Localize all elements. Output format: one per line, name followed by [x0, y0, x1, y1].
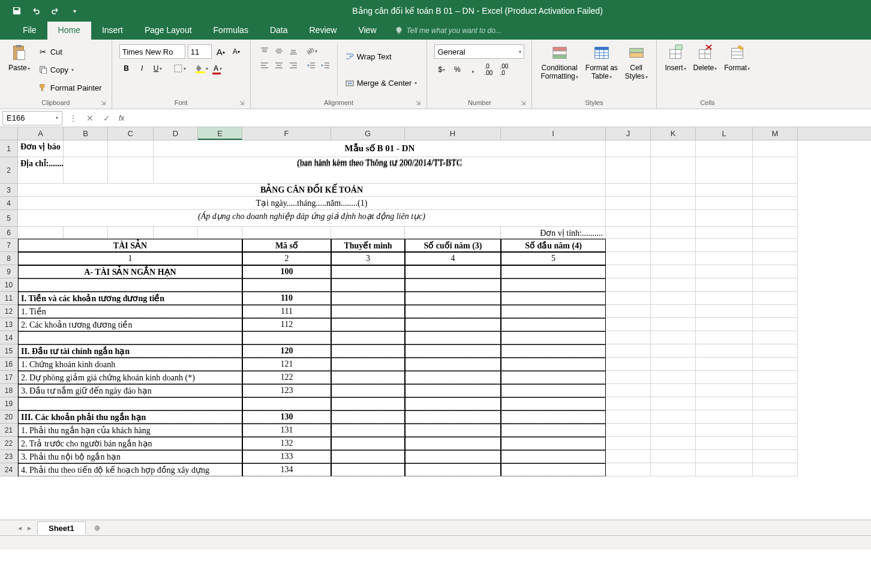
- cell-M20[interactable]: [753, 410, 798, 424]
- cell-G22[interactable]: [331, 437, 405, 450]
- cell-G11[interactable]: [331, 292, 405, 305]
- tab-data[interactable]: Data: [259, 22, 299, 40]
- cell-J18[interactable]: [606, 384, 651, 397]
- cell-M13[interactable]: [753, 318, 798, 331]
- cell-K19[interactable]: [651, 397, 696, 410]
- cell-A2[interactable]: Địa chỉ:................................…: [18, 157, 64, 184]
- align-bottom-button[interactable]: [287, 44, 300, 58]
- tab-review[interactable]: Review: [299, 22, 348, 40]
- cell-J22[interactable]: [606, 437, 651, 450]
- sheet-nav-next[interactable]: ▸: [28, 524, 31, 532]
- cell-A4[interactable]: Tại ngày.....tháng.....năm........(1): [18, 197, 606, 210]
- orientation-button[interactable]: ab▾: [305, 44, 318, 58]
- cell-M8[interactable]: [753, 252, 798, 265]
- cell-M15[interactable]: [753, 344, 798, 358]
- cell-D6[interactable]: [154, 227, 198, 239]
- cell-A20[interactable]: III. Các khoản phải thu ngắn hạn: [18, 410, 242, 424]
- cell-F20[interactable]: 130: [242, 410, 331, 424]
- cell-H14[interactable]: [405, 331, 501, 344]
- cell-L14[interactable]: [696, 331, 753, 344]
- cell-K4[interactable]: [651, 197, 696, 210]
- cell-A1[interactable]: Đơn vị báo cáo:.........................…: [18, 140, 64, 157]
- cell-M22[interactable]: [753, 437, 798, 450]
- save-icon[interactable]: [10, 4, 24, 18]
- cell-F23[interactable]: 133: [242, 450, 331, 463]
- fx-icon[interactable]: fx: [115, 114, 128, 122]
- cell-D2[interactable]: (ban hành kèm theo Thông tư 200/2014/TT-…: [154, 157, 606, 184]
- row-header-22[interactable]: 22: [0, 437, 18, 450]
- cell-K8[interactable]: [651, 252, 696, 265]
- select-all-corner[interactable]: [0, 127, 18, 140]
- cell-J13[interactable]: [606, 318, 651, 331]
- cell-A10[interactable]: [18, 278, 242, 292]
- comma-format-button[interactable]: ,: [465, 62, 480, 77]
- row-header-15[interactable]: 15: [0, 344, 18, 358]
- cell-K9[interactable]: [651, 265, 696, 278]
- cell-J4[interactable]: [606, 197, 651, 210]
- cell-H17[interactable]: [405, 371, 501, 384]
- row-header-8[interactable]: 8: [0, 252, 18, 265]
- cell-L15[interactable]: [696, 344, 753, 358]
- underline-button[interactable]: U▾: [151, 61, 165, 76]
- cell-L19[interactable]: [696, 397, 753, 410]
- cell-L3[interactable]: [696, 184, 753, 197]
- cell-I18[interactable]: [501, 384, 606, 397]
- row-header-4[interactable]: 4: [0, 197, 18, 210]
- fill-color-button[interactable]: ▾: [195, 61, 209, 76]
- percent-format-button[interactable]: %: [450, 62, 464, 77]
- cell-J10[interactable]: [606, 278, 651, 292]
- cell-K1[interactable]: [651, 140, 696, 157]
- cell-J6[interactable]: [606, 227, 651, 239]
- cell-M12[interactable]: [753, 305, 798, 318]
- cell-J8[interactable]: [606, 252, 651, 265]
- horizontal-scrollbar[interactable]: [703, 523, 859, 533]
- row-header-9[interactable]: 9: [0, 265, 18, 278]
- clipboard-dialog-launcher[interactable]: ⇲: [101, 100, 106, 106]
- cell-L11[interactable]: [696, 292, 753, 305]
- format-as-table-button[interactable]: Format as Table▾: [582, 42, 621, 98]
- cell-A24[interactable]: 4. Phải thu theo tiến độ kế hoạch hợp đồ…: [18, 463, 242, 476]
- cell-L9[interactable]: [696, 265, 753, 278]
- cell-F15[interactable]: 120: [242, 344, 331, 358]
- cell-A5[interactable]: (Áp dụng cho doanh nghiệp đáp ứng giả đị…: [18, 210, 606, 227]
- cell-F13[interactable]: 112: [242, 318, 331, 331]
- cell-A6[interactable]: [18, 227, 64, 239]
- cell-G21[interactable]: [331, 424, 405, 437]
- cell-K5[interactable]: [651, 210, 696, 227]
- cell-L23[interactable]: [696, 450, 753, 463]
- col-header-M[interactable]: M: [753, 127, 798, 140]
- cell-L21[interactable]: [696, 424, 753, 437]
- row-header-10[interactable]: 10: [0, 278, 18, 292]
- sheet-nav-prev[interactable]: ◂: [18, 524, 22, 532]
- cell-L7[interactable]: [696, 239, 753, 252]
- cell-K16[interactable]: [651, 358, 696, 371]
- cell-L20[interactable]: [696, 410, 753, 424]
- col-header-C[interactable]: C: [108, 127, 154, 140]
- cell-C1[interactable]: [108, 140, 154, 157]
- row-header-6[interactable]: 6: [0, 227, 18, 239]
- decrease-decimal-button[interactable]: .00.0: [497, 62, 511, 77]
- borders-button[interactable]: ▾: [173, 61, 187, 76]
- cell-M3[interactable]: [753, 184, 798, 197]
- cell-M7[interactable]: [753, 239, 798, 252]
- cell-K15[interactable]: [651, 344, 696, 358]
- row-header-19[interactable]: 19: [0, 397, 18, 410]
- number-format-combo[interactable]: General▾: [434, 44, 524, 59]
- font-name-combo[interactable]: [119, 44, 185, 59]
- delete-cells-button[interactable]: Delete▾: [690, 42, 721, 98]
- cell-K11[interactable]: [651, 292, 696, 305]
- cell-H21[interactable]: [405, 424, 501, 437]
- cell-H15[interactable]: [405, 344, 501, 358]
- cell-M2[interactable]: [753, 157, 798, 184]
- cell-M23[interactable]: [753, 450, 798, 463]
- row-header-5[interactable]: 5: [0, 210, 18, 227]
- cell-G17[interactable]: [331, 371, 405, 384]
- cancel-formula-button[interactable]: ✕: [82, 113, 98, 123]
- qat-customize-icon[interactable]: ▾: [67, 4, 82, 18]
- cell-A22[interactable]: 2. Trả trước cho người bán ngắn hạn: [18, 437, 242, 450]
- cell-K23[interactable]: [651, 450, 696, 463]
- cell-I21[interactable]: [501, 424, 606, 437]
- cell-I13[interactable]: [501, 318, 606, 331]
- row-header-1[interactable]: 1: [0, 140, 18, 157]
- cell-L8[interactable]: [696, 252, 753, 265]
